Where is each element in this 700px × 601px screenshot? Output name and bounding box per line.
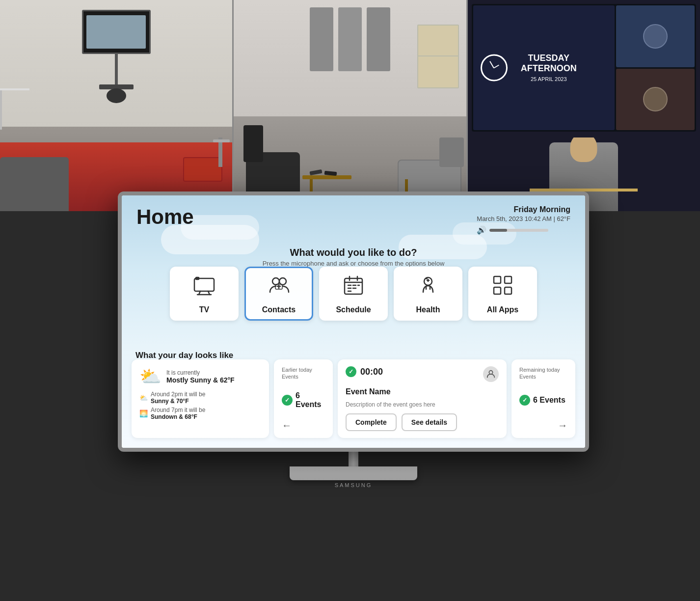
event-check-icon: ✓ <box>346 366 356 377</box>
svg-point-5 <box>272 278 279 285</box>
event-avatar <box>483 366 499 382</box>
event-time: 00:00 <box>360 367 383 377</box>
earlier-title: Earlier today <box>282 367 312 373</box>
remaining-check-icon: ✓ <box>519 395 530 406</box>
earlier-nav-arrow[interactable]: ← <box>282 420 325 431</box>
photo-right: TUESDAY AFTERNOON 25 APRIL 2023 <box>468 0 700 211</box>
tv-icon <box>192 273 216 301</box>
weather-sun-cloud-icon: ⛅ <box>139 366 162 387</box>
earlier-events-count-row: ✓ 6 Events <box>282 391 325 409</box>
app-label-contacts: Contacts <box>262 305 296 314</box>
app-card-schedule[interactable]: Schedule <box>319 267 388 321</box>
svg-rect-8 <box>345 278 362 294</box>
prompt-main-text: What would you like to do? <box>122 247 585 258</box>
daily-section: ⛅ It is currently Mostly Sunny & 62°F ⛅ … <box>132 359 575 438</box>
photo-middle <box>232 0 467 211</box>
forecast2-time: Around 7pm it will be <box>151 407 205 413</box>
allapps-icon <box>491 273 514 301</box>
forecast2-condition: Sundown & 68°F <box>151 413 205 420</box>
event-name: Event Name <box>346 387 391 396</box>
tv-display: Home Friday Morning March 5th, 2023 10:4… <box>118 191 589 476</box>
tv-stand-neck <box>349 452 358 466</box>
volume-icon: 🔊 <box>477 225 486 235</box>
screen-header: Home Friday Morning March 5th, 2023 10:4… <box>122 195 585 240</box>
events-earlier-card: Earlier today Events ✓ 6 Events ← <box>274 359 333 438</box>
daily-section-label: What your day looks like <box>135 351 233 360</box>
tv-bezel: Home Friday Morning March 5th, 2023 10:4… <box>118 191 589 452</box>
svg-rect-25 <box>505 287 512 294</box>
photo-collage: TUESDAY AFTERNOON 25 APRIL 2023 <box>0 0 700 211</box>
contacts-icon <box>267 273 291 301</box>
prompt-section: What would you like to do? Press the mic… <box>122 247 585 267</box>
weather-current: ⛅ It is currently Mostly Sunny & 62°F <box>139 366 261 387</box>
svg-point-26 <box>489 371 492 374</box>
svg-point-19 <box>426 277 428 279</box>
tv-screen: Home Friday Morning March 5th, 2023 10:4… <box>122 195 585 448</box>
svg-rect-24 <box>494 287 501 294</box>
weather-card: ⛅ It is currently Mostly Sunny & 62°F ⛅ … <box>132 359 269 438</box>
app-label-schedule: Schedule <box>336 305 371 314</box>
complete-button[interactable]: Complete <box>346 413 397 431</box>
volume-fill <box>489 229 507 232</box>
prompt-sub-text: Press the microphone and ask or choose f… <box>122 260 585 267</box>
schedule-icon <box>342 273 365 301</box>
forecast-sun-icon-2: 🌅 <box>139 410 148 417</box>
tv-stand-base <box>290 466 417 480</box>
event-title-row: Event Name <box>346 387 499 396</box>
header-info: Friday Morning March 5th, 2023 10:42 AM … <box>477 205 570 235</box>
health-icon <box>416 273 440 301</box>
app-label-health: Health <box>416 305 440 314</box>
remaining-nav-arrow[interactable]: → <box>519 420 567 431</box>
remaining-events-count: 6 Events <box>533 396 565 405</box>
event-description: Description of the event goes here <box>346 401 499 408</box>
daily-label-text: What your day looks like <box>135 351 233 360</box>
forecast1-condition: Sunny & 70°F <box>151 398 205 405</box>
app-card-contacts[interactable]: Contacts <box>244 267 313 321</box>
weather-current-condition: Mostly Sunny & 62°F <box>166 376 235 384</box>
app-label-tv: TV <box>199 305 209 314</box>
home-title: Home <box>136 205 194 229</box>
app-label-allapps: All Apps <box>487 305 518 314</box>
datetime-day: Friday Morning <box>477 205 570 214</box>
forecast-sun-icon-1: ⛅ <box>139 394 148 402</box>
remaining-title: Remaining today <box>519 367 560 373</box>
page-title: Home <box>136 205 194 228</box>
current-event-card: ✓ 00:00 Event Name Descripti <box>338 359 507 438</box>
event-buttons-row: Complete See details <box>346 413 499 431</box>
earlier-subtitle: Events <box>282 374 298 380</box>
weather-desc-label: It is currently <box>166 369 235 376</box>
event-header-row: ✓ 00:00 <box>346 366 499 382</box>
app-card-tv[interactable]: TV <box>170 267 239 321</box>
remaining-subtitle: Events <box>519 374 536 380</box>
svg-point-6 <box>279 278 286 285</box>
tv-brand-label: SAMSUNG <box>118 482 589 488</box>
app-card-health[interactable]: Health <box>394 267 462 321</box>
earlier-check-icon: ✓ <box>282 395 293 406</box>
app-grid: TV Contacts <box>122 267 585 321</box>
earlier-events-count: 6 Events <box>296 391 325 409</box>
events-remaining-card: Remaining today Events ✓ 6 Events → <box>512 359 575 438</box>
see-details-button[interactable]: See details <box>402 413 457 431</box>
weather-forecast: ⛅ Around 2pm it will be Sunny & 70°F 🌅 A… <box>139 391 261 420</box>
datetime-full: March 5th, 2023 10:42 AM | 62°F <box>477 215 570 222</box>
volume-bar[interactable] <box>489 229 548 232</box>
svg-rect-22 <box>494 276 501 283</box>
forecast-row-1: ⛅ Around 2pm it will be Sunny & 70°F <box>139 391 261 405</box>
svg-rect-0 <box>194 278 214 291</box>
remaining-events-count-row: ✓ 6 Events <box>519 395 567 406</box>
forecast-row-2: 🌅 Around 7pm it will be Sundown & 68°F <box>139 407 261 420</box>
volume-control: 🔊 <box>477 225 570 235</box>
photo-left <box>0 0 232 211</box>
svg-rect-23 <box>505 276 512 283</box>
forecast1-time: Around 2pm it will be <box>151 391 205 398</box>
app-card-allapps[interactable]: All Apps <box>468 267 537 321</box>
